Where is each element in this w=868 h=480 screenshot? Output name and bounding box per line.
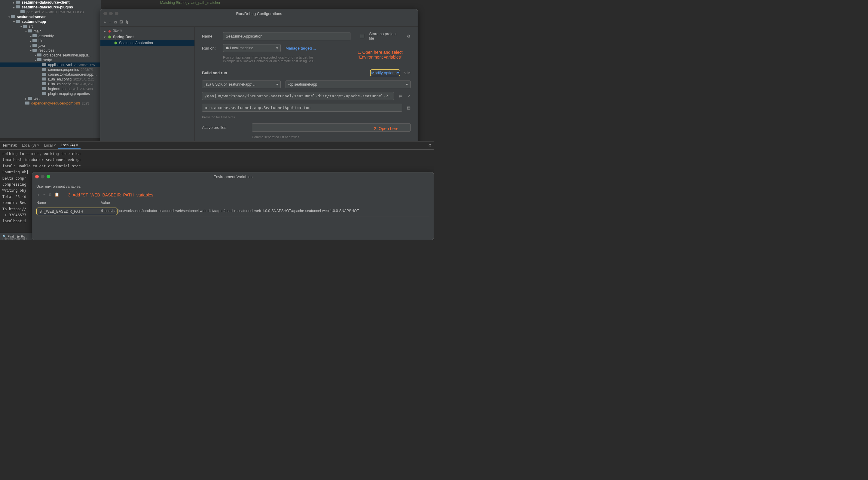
terminal-tab[interactable]: Local (4) × [58,142,81,149]
close-icon[interactable]: × [76,143,78,147]
annotation-3: 3. Add "ST_WEB_BASEDIR_PATH" variables [68,193,153,197]
build-run-header: Build and run [202,71,227,75]
program-args-input[interactable] [202,92,394,100]
tree-item[interactable]: dependency-reduced-pom.xml2023 [0,101,101,106]
maximize-icon[interactable] [46,175,50,179]
close-icon[interactable]: × [37,143,39,148]
tree-item[interactable]: ▾main [0,29,101,34]
tree-item[interactable]: i18n_zh.config2023/8/8, 2:26 [0,82,101,87]
runon-hint: Run configurations may be executed local… [223,56,322,63]
config-type-junit[interactable]: ▸ ◆ JUnit [100,28,194,34]
store-checkbox[interactable] [360,34,364,38]
status-text: Externally added fi [2,237,27,240]
main-class-input[interactable] [202,104,402,112]
terminal-label: Terminal: [2,143,17,148]
gear-icon[interactable]: ⚙ [428,143,432,148]
name-input[interactable] [223,32,350,40]
gear-icon[interactable]: ⚙ [407,34,410,38]
tree-item[interactable]: common.properties2023/7/1 [0,67,101,72]
tree-item[interactable]: connector-datasource-mapp… [0,72,101,77]
editor-area[interactable]: Matching Strategy: ant_path_matcher [134,0,434,9]
manage-targets-link[interactable]: Manage targets... [285,46,316,51]
history-icon[interactable]: ▤ [399,94,402,98]
name-label: Name: [202,34,218,38]
minimize-icon[interactable] [109,12,113,15]
remove-icon[interactable]: − [43,192,46,198]
tree-item[interactable]: ▸org.apache.seatunnel.app.d… [0,53,101,58]
terminal-tab[interactable]: Local (3) × [20,142,42,149]
dialog-toolbar: ＋ − ⧉ 🖫 ⇅ [100,18,418,27]
close-icon[interactable] [35,175,39,179]
dialog-title: Environment Variables [213,174,252,179]
dialog-title: Run/Debug Configurations [236,11,282,16]
tree-item[interactable]: ▾resources [0,48,101,53]
dialog-titlebar[interactable]: Run/Debug Configurations [100,9,418,18]
tree-item[interactable]: ▸script [0,58,101,62]
tree-item[interactable]: application.yml2023/8/25, 6:5 [0,62,101,67]
tree-item[interactable]: ▸seatunnel-datasource-client [0,0,101,5]
tree-item[interactable]: ▸bin [0,38,101,43]
runon-label: Run on: [202,46,218,51]
tree-item[interactable]: ▸java [0,43,101,48]
user-envvars-header: User environment variables: [36,185,430,189]
envvars-dialog: Environment Variables User environment v… [32,172,434,240]
tree-item[interactable]: plugin-mapping.properties [0,91,101,96]
tree-item[interactable]: ▸test [0,96,101,101]
config-type-spring-boot[interactable]: ▾ ⬢ Spring Boot [100,34,194,40]
dialog-titlebar[interactable]: Environment Variables [32,172,434,181]
tree-item[interactable]: logback-spring.xml2023/8/9 [0,87,101,91]
store-label: Store as project file [369,32,402,40]
expand-icon[interactable]: ⤢ [407,94,410,98]
classpath-dropdown[interactable]: -cp seatunnel-app▾ [285,81,410,88]
tree-item[interactable]: ▸seatunnel-datasource-plugins [0,5,101,10]
minimize-icon[interactable] [41,175,44,179]
close-icon[interactable] [103,12,107,15]
java-sdk-dropdown[interactable]: java 8 SDK of 'seatunnel-app' …▾ [202,81,281,88]
tree-item[interactable]: pom.xml2023/8/10, 6:50 PM, 1.68 kB [0,10,101,14]
table-row[interactable]: ST_WEB_BASEDIR_PATH /Users/gaojun/worksp… [36,206,430,217]
tree-item[interactable]: ▸assembly [0,34,101,38]
expand-icon[interactable]: ▤ [407,105,410,110]
annotation-1: 1. Open here and select "Environment var… [358,50,402,60]
copy-icon[interactable]: ⧉ [114,20,117,25]
save-icon[interactable]: 🖫 [119,20,123,24]
close-icon[interactable]: × [54,143,56,148]
tree-item[interactable]: ▾seatunnel-app [0,19,101,24]
runon-dropdown[interactable]: ☗ Local machine▾ [223,44,281,52]
modify-shortcut: ⌥M [403,71,410,75]
copy-icon[interactable]: ⧉ [49,192,52,198]
table-header: Name Value [36,199,430,206]
add-icon[interactable]: ＋ [103,20,107,25]
maximize-icon[interactable] [115,12,118,15]
active-profiles-label: Active profiles: [202,125,247,130]
terminal-tabs: Terminal: Local (3) × Local × Local (4) … [0,141,434,150]
modify-options-link[interactable]: Modify options [371,71,397,75]
config-item-seatunnel[interactable]: ⬢ SeatunnelApplication [100,40,194,46]
envvars-toolbar: ＋ − ⧉ 📋 [36,190,59,199]
paste-icon[interactable]: 📋 [54,192,59,198]
tree-item[interactable]: ▾seatunnel-server [0,14,101,19]
annotation-2: 2. Open here [374,126,399,131]
active-profiles-hint: Comma separated list of profiles [252,135,410,139]
add-icon[interactable]: ＋ [36,192,40,198]
terminal-tab[interactable]: Local × [41,142,58,149]
tree-item[interactable]: ▾src [0,24,101,29]
tree-item[interactable]: i18n_en.config2023/8/8, 2:26 [0,77,101,82]
field-hints: Press ⌥ for field hints [202,115,410,119]
project-tree[interactable]: ▸seatunnel-datasource-client▸seatunnel-d… [0,0,101,138]
remove-icon[interactable]: − [109,20,112,24]
sort-icon[interactable]: ⇅ [125,20,129,24]
